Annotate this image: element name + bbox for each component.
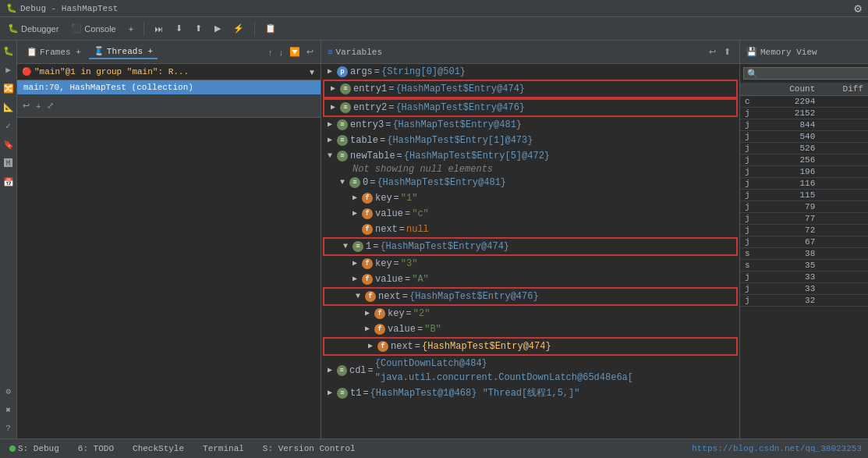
settings-icon[interactable]: ⚙ bbox=[854, 1, 862, 16]
up-btn[interactable]: ↑ bbox=[266, 47, 275, 58]
restore-btn[interactable]: ↩ bbox=[304, 46, 316, 58]
var-row-entry3[interactable]: ▶ ≡ entry3 = {HashMapTest$Entry@481} bbox=[321, 117, 739, 133]
var-row-1[interactable]: ▼ ≡ 1 = {HashMapTest$Entry@474} bbox=[323, 237, 738, 256]
run-side-icon[interactable]: ▶ bbox=[2, 62, 16, 76]
expand-key1[interactable]: ▶ bbox=[353, 191, 362, 205]
var-row-entry1[interactable]: ▶ ≡ entry1 = {HashMapTest$Entry@474} bbox=[323, 80, 738, 98]
window-title: Debug - HashMapTest bbox=[20, 4, 118, 13]
expand-1[interactable]: ▼ bbox=[343, 240, 353, 254]
event-side-icon[interactable]: 📅 bbox=[2, 175, 16, 189]
expand-value-c[interactable]: ▶ bbox=[353, 207, 362, 221]
var-row-entry2[interactable]: ▶ ≡ entry2 = {HashMapTest$Entry@476} bbox=[323, 98, 738, 117]
var-row-value-a[interactable]: ▶ f value = "A" bbox=[321, 272, 739, 287]
expand-newtable[interactable]: ▼ bbox=[328, 149, 337, 163]
threads-icon: 🧵 bbox=[94, 46, 105, 56]
vc-bottom-tab[interactable]: S: Version Control bbox=[260, 444, 359, 453]
todo-bottom-tab[interactable]: 6: TODO bbox=[75, 444, 117, 453]
expand-t1[interactable]: ▶ bbox=[328, 386, 337, 400]
separator-2 bbox=[254, 22, 255, 36]
sort-btn[interactable]: ⬆ bbox=[721, 46, 733, 58]
console-tab[interactable]: ⬛ Console bbox=[66, 22, 120, 35]
restore-layout-btn[interactable]: ↩ bbox=[20, 100, 32, 112]
var-row-t1[interactable]: ▶ ≡ t1 = {HashMapTest@1@468} "Thread[线程1… bbox=[321, 385, 739, 401]
expand-args[interactable]: ▶ bbox=[328, 65, 337, 79]
var-row-next-476[interactable]: ▼ f next = {HashMapTest$Entry@476} bbox=[323, 287, 738, 306]
bookmark-side-icon[interactable]: 🔖 bbox=[2, 137, 16, 151]
variables-scroll[interactable]: ▶ p args = {String[0]@501} ▶ ≡ entry1 = … bbox=[321, 64, 739, 438]
todo-side-icon[interactable]: ✓ bbox=[2, 119, 16, 133]
memory-cell-name: j bbox=[740, 143, 763, 154]
threads-tab[interactable]: 🧵 Threads + bbox=[89, 44, 158, 59]
structure-side-icon[interactable]: 📐 bbox=[2, 100, 16, 114]
var-row-next-null[interactable]: f next = null bbox=[321, 222, 739, 237]
var-row-key1[interactable]: ▶ f key = "1" bbox=[321, 190, 739, 206]
terminal-side-icon[interactable]: ⚙ bbox=[2, 384, 16, 398]
expand-entry2[interactable]: ▶ bbox=[331, 101, 340, 115]
memory-cell-count: 67 bbox=[763, 236, 820, 248]
var-row-key2[interactable]: ▶ f key = "2" bbox=[321, 306, 739, 321]
step-out-btn[interactable]: ⬆ bbox=[190, 22, 207, 35]
memory-cell-name: j bbox=[740, 131, 763, 143]
frames-tab[interactable]: 📋 Frames + bbox=[22, 45, 86, 59]
add-tab-btn[interactable]: + bbox=[124, 23, 138, 35]
expand-value-b[interactable]: ▶ bbox=[365, 322, 374, 336]
memory-cell-count: 526 bbox=[763, 143, 820, 154]
expand-cdl[interactable]: ▶ bbox=[328, 364, 337, 378]
expand-key3[interactable]: ▶ bbox=[353, 257, 362, 271]
expand-key2[interactable]: ▶ bbox=[365, 307, 374, 321]
var-row-value-c[interactable]: ▶ f value = "c" bbox=[321, 206, 739, 222]
var-row-next-circular[interactable]: ▶ f next = {HashMapTest$Entry@474} bbox=[323, 337, 738, 356]
memory-cell-count: 72 bbox=[763, 225, 820, 236]
close-side-icon[interactable]: ✖ bbox=[2, 403, 16, 417]
expand-value-a[interactable]: ▶ bbox=[353, 272, 362, 286]
args-icon: p bbox=[337, 66, 348, 77]
toolbar-actions: ↑ ↓ 🔽 ↩ bbox=[266, 46, 316, 58]
var-row-value-b[interactable]: ▶ f value = "B" bbox=[321, 321, 739, 337]
memory-cell-name: j bbox=[740, 213, 763, 225]
var-row-0[interactable]: ▼ ≡ 0 = {HashMapTest$Entry@481} bbox=[321, 175, 739, 190]
col-diff: Diff bbox=[820, 83, 868, 96]
thread-dropdown-btn[interactable]: ▼ bbox=[308, 68, 316, 76]
expand-all-btn[interactable]: ⤢ bbox=[44, 100, 56, 112]
expand-0[interactable]: ▼ bbox=[340, 176, 349, 190]
down-btn[interactable]: ↓ bbox=[277, 47, 286, 58]
expand-table[interactable]: ▶ bbox=[328, 133, 337, 147]
expand-entry3[interactable]: ▶ bbox=[328, 118, 337, 132]
memory-row-12: j67 bbox=[740, 236, 868, 248]
memory-cell-name: j bbox=[740, 201, 763, 213]
title-bar: 🐛 Debug - HashMapTest ⚙ bbox=[0, 0, 868, 17]
debugger-tab[interactable]: 🐛 Debugger bbox=[3, 22, 63, 35]
git-side-icon[interactable]: 🔀 bbox=[2, 81, 16, 95]
expand-entry1[interactable]: ▶ bbox=[331, 82, 340, 96]
checkstyle-bottom-tab[interactable]: CheckStyle bbox=[129, 444, 187, 453]
terminal-bottom-tab[interactable]: Terminal bbox=[200, 444, 247, 453]
var-row-args[interactable]: ▶ p args = {String[0]@501} bbox=[321, 64, 739, 80]
expand-next-476[interactable]: ▼ bbox=[356, 289, 365, 304]
run-to-cursor-btn[interactable]: ▶ bbox=[210, 22, 225, 35]
expand-next-circular[interactable]: ▶ bbox=[368, 339, 377, 353]
memory-cell-count: 115 bbox=[763, 190, 820, 201]
settings-btn[interactable]: 📋 bbox=[260, 22, 281, 35]
evaluate-btn[interactable]: ⚡ bbox=[229, 22, 249, 35]
show-referring-btn[interactable]: ↩ bbox=[707, 46, 718, 58]
maven-side-icon[interactable]: 🅼 bbox=[2, 156, 16, 170]
step-over-btn[interactable]: ⏭ bbox=[150, 23, 168, 35]
memory-search-input[interactable] bbox=[743, 67, 868, 80]
debug-side-icon[interactable]: 🐛 bbox=[2, 44, 16, 58]
help-side-icon[interactable]: ? bbox=[2, 421, 16, 435]
add-watch-btn[interactable]: + bbox=[34, 101, 43, 112]
debug-bottom-tab[interactable]: S: Debug bbox=[6, 444, 62, 453]
var-row-newtable[interactable]: ▼ ≡ newTable = {HashMapTest$Entry[5]@472… bbox=[321, 148, 739, 164]
memory-cell-name: s bbox=[740, 248, 763, 260]
idx1-icon: ≡ bbox=[353, 241, 363, 252]
main-toolbar: 🐛 Debugger ⬛ Console + ⏭ ⬇ ⬆ ▶ ⚡ 📋 bbox=[0, 17, 868, 41]
stack-frame[interactable]: main:70, HashMapTest (collection) bbox=[17, 80, 321, 94]
debug-icon: 🐛 bbox=[6, 3, 17, 13]
filter-btn[interactable]: 🔽 bbox=[287, 46, 303, 58]
content-area: 📋 Frames + 🧵 Threads + ↑ ↓ 🔽 ↩ 🔴 "main"@… bbox=[17, 41, 868, 438]
var-row-key3[interactable]: ▶ f key = "3" bbox=[321, 256, 739, 272]
valuea-icon: f bbox=[362, 274, 373, 285]
var-row-table[interactable]: ▶ ≡ table = {HashMapTest$Entry[1]@473} bbox=[321, 133, 739, 148]
var-row-cdl[interactable]: ▶ ≡ cdl = {CountDownLatch@484} "java.uti… bbox=[321, 356, 739, 385]
step-into-btn[interactable]: ⬇ bbox=[171, 22, 187, 35]
